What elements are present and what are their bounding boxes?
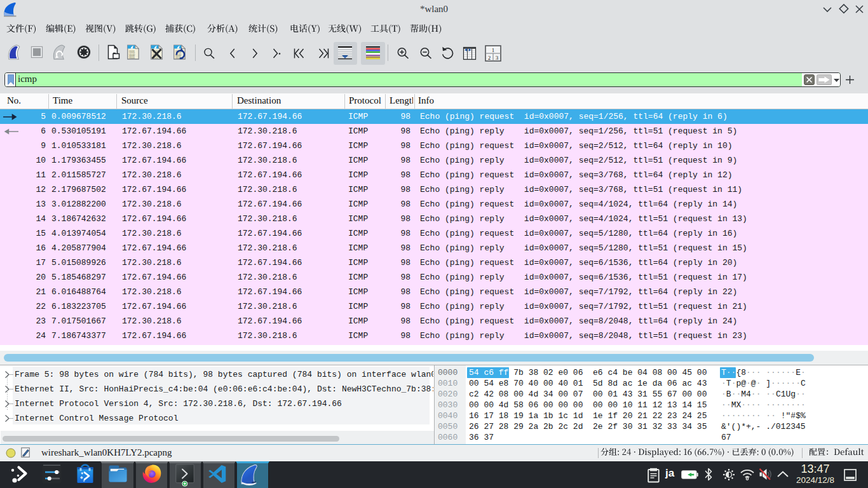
svg-text:0111: 0111: [129, 56, 135, 59]
svg-text:1: 1: [492, 47, 495, 53]
svg-text:2: 2: [488, 55, 491, 61]
svg-text:3: 3: [496, 55, 499, 61]
